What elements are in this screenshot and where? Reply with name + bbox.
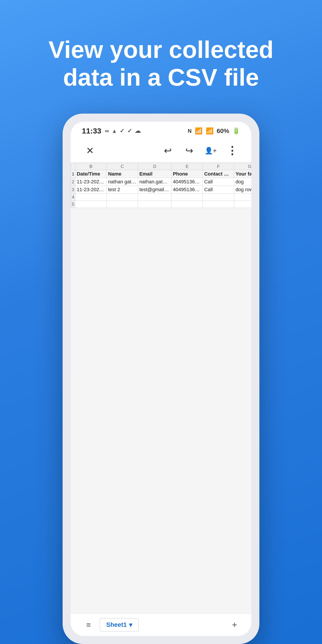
- redo-button[interactable]: ↪: [181, 142, 197, 158]
- spreadsheet-container[interactable]: B C D E F G H 1Date/TimeNameEmailPhoneCo…: [71, 163, 251, 613]
- spreadsheet-cell[interactable]: 11-23-2021 23:14: [75, 178, 107, 186]
- spreadsheet-cell[interactable]: 11-23-2021 23:31: [75, 186, 107, 194]
- spreadsheet-cell[interactable]: Call: [203, 186, 234, 194]
- close-button[interactable]: ✕: [82, 142, 98, 158]
- add-person-icon: 👤+: [204, 147, 217, 154]
- add-person-button[interactable]: 👤+: [202, 142, 219, 158]
- add-sheet-button[interactable]: +: [227, 618, 242, 632]
- spreadsheet-cell[interactable]: Your favorite que: [234, 170, 251, 178]
- spreadsheet-cell[interactable]: 40495136985: [172, 178, 203, 186]
- spreadsheet-cell[interactable]: Contact Method: [203, 170, 234, 178]
- spreadsheet-cell[interactable]: Phone: [172, 170, 203, 178]
- wifi-icon: 📶: [195, 127, 202, 134]
- battery-icon: 🔋: [232, 127, 240, 134]
- check2-icon: ✓: [127, 128, 132, 134]
- phone-mockup: 11:33 ∞ ▲ ✓ ✓ ☁ N 📶 📶 60% 🔋 ✕: [62, 114, 260, 644]
- battery-text: 60%: [217, 128, 229, 134]
- table-row[interactable]: 4: [71, 194, 252, 201]
- table-row[interactable]: 211-23-2021 23:14nathan gatesnathan.gate…: [71, 178, 252, 186]
- more-options-button[interactable]: ⋮: [224, 142, 240, 158]
- spreadsheet-cell[interactable]: [203, 201, 234, 208]
- spreadsheet-cell[interactable]: [75, 201, 107, 208]
- corner-cell: [71, 163, 75, 170]
- close-icon: ✕: [86, 145, 94, 156]
- hero-title: View your collected data in a CSV file: [31, 36, 291, 91]
- spreadsheet-cell[interactable]: [234, 194, 251, 201]
- spreadsheet-cell[interactable]: dog row: [234, 186, 251, 194]
- voicemail-icon: ∞: [105, 128, 109, 134]
- col-header-f: F: [203, 163, 234, 170]
- spreadsheet-cell[interactable]: Name: [107, 170, 138, 178]
- plus-icon: +: [232, 620, 237, 630]
- col-header-e: E: [172, 163, 203, 170]
- cloud-icon: ☁: [135, 128, 141, 134]
- spreadsheet-cell[interactable]: 40495136985: [172, 186, 203, 194]
- spreadsheet-cell[interactable]: nathan gates: [107, 178, 138, 186]
- spreadsheet-cell[interactable]: dog: [234, 178, 251, 186]
- spreadsheet-cell[interactable]: [172, 194, 203, 201]
- spreadsheet-cell[interactable]: [107, 194, 138, 201]
- status-system-icons: ∞ ▲ ✓ ✓ ☁: [105, 128, 141, 134]
- spreadsheet-cell[interactable]: Date/Time: [75, 170, 107, 178]
- status-right: N 📶 📶 60% 🔋: [188, 127, 240, 134]
- spreadsheet-cell[interactable]: test 2: [107, 186, 138, 194]
- row-number: 5: [71, 201, 75, 208]
- spreadsheet-cell[interactable]: [107, 201, 138, 208]
- toolbar-right-group: ↩ ↪ 👤+ ⋮: [160, 142, 240, 158]
- col-header-b: B: [75, 163, 107, 170]
- spreadsheet-area[interactable]: B C D E F G H 1Date/TimeNameEmailPhoneCo…: [71, 163, 251, 613]
- check1-icon: ✓: [120, 128, 124, 134]
- status-left: 11:33 ∞ ▲ ✓ ✓ ☁: [82, 126, 141, 135]
- row-number: 1: [71, 170, 75, 178]
- status-bar: 11:33 ∞ ▲ ✓ ✓ ☁ N 📶 📶 60% 🔋: [71, 122, 251, 138]
- table-row[interactable]: 5: [71, 201, 252, 208]
- sheets-menu-button[interactable]: ≡: [80, 618, 98, 632]
- undo-icon: ↩: [164, 145, 172, 156]
- spreadsheet-cell[interactable]: [234, 201, 251, 208]
- spreadsheet-cell[interactable]: [172, 201, 203, 208]
- table-row[interactable]: 311-23-2021 23:31test 2test@gmail.com404…: [71, 186, 252, 194]
- spreadsheet-table: B C D E F G H 1Date/TimeNameEmailPhoneCo…: [71, 163, 251, 208]
- phone-screen: 11:33 ∞ ▲ ✓ ✓ ☁ N 📶 📶 60% 🔋 ✕: [71, 122, 251, 636]
- sheet1-tab[interactable]: Sheet1 ▾: [100, 618, 139, 632]
- row-number: 4: [71, 194, 75, 201]
- spreadsheet-cell[interactable]: Email: [138, 170, 172, 178]
- drive-icon: ▲: [112, 128, 117, 134]
- spreadsheet-cell[interactable]: test@gmail.com: [138, 186, 172, 194]
- spreadsheet-cell[interactable]: nathan.gates33@: [138, 178, 172, 186]
- spreadsheet-cell[interactable]: [138, 194, 172, 201]
- menu-icon: ≡: [86, 620, 91, 629]
- signal-icon: 📶: [206, 127, 214, 134]
- spreadsheet-toolbar: ✕ ↩ ↪ 👤+ ⋮: [71, 138, 251, 163]
- bottom-tab-bar: ≡ Sheet1 ▾ +: [71, 613, 251, 636]
- undo-button[interactable]: ↩: [160, 142, 176, 158]
- sheet1-label: Sheet1: [106, 621, 127, 628]
- status-time: 11:33: [82, 126, 101, 135]
- col-headers-row: B C D E F G H: [71, 163, 252, 170]
- row-number: 3: [71, 186, 75, 194]
- redo-icon: ↪: [185, 145, 193, 156]
- more-icon: ⋮: [227, 144, 238, 157]
- nfc-icon: N: [188, 128, 192, 134]
- col-header-c: C: [107, 163, 138, 170]
- spreadsheet-cell[interactable]: [203, 194, 234, 201]
- spreadsheet-cell[interactable]: Call: [203, 178, 234, 186]
- spreadsheet-cell[interactable]: [75, 194, 107, 201]
- row-number: 2: [71, 178, 75, 186]
- spreadsheet-cell[interactable]: [138, 201, 172, 208]
- col-header-d: D: [138, 163, 172, 170]
- col-header-g: G: [234, 163, 251, 170]
- table-row[interactable]: 1Date/TimeNameEmailPhoneContact MethodYo…: [71, 170, 252, 178]
- chevron-down-icon: ▾: [129, 621, 132, 628]
